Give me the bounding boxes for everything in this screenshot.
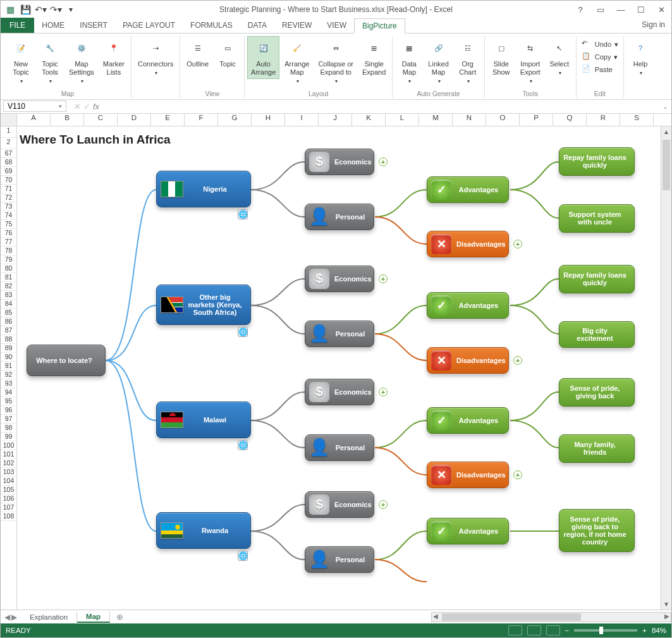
tab-bigpicture[interactable]: BigPicture <box>354 18 405 34</box>
outline-button[interactable]: ☰Outline <box>183 36 212 71</box>
column-header[interactable]: D <box>118 114 151 126</box>
column-header[interactable]: S <box>620 114 654 126</box>
row-header[interactable]: 108 <box>1 512 16 521</box>
node-advantages[interactable]: ✓Advantages <box>427 292 509 319</box>
marker-lists-button[interactable]: 📍Marker Lists <box>99 36 128 79</box>
node-disadvantages[interactable]: ✕Disadvantages <box>427 231 509 257</box>
node-personal[interactable]: 👤Personal <box>305 204 374 230</box>
accept-formula-icon[interactable]: ✓ <box>83 102 90 111</box>
row-header[interactable]: 79 <box>1 255 16 264</box>
row-header[interactable]: 105 <box>1 486 16 494</box>
link-badge-icon[interactable]: 🌐 <box>238 551 248 561</box>
minimize-icon[interactable]: — <box>613 3 628 16</box>
scroll-down-icon[interactable]: ▼ <box>663 599 669 610</box>
help-icon[interactable]: ? <box>573 3 588 16</box>
node-economics[interactable]: $Economics <box>305 491 374 518</box>
expand-icon[interactable]: + <box>513 240 522 248</box>
node-root[interactable]: Where to locate? <box>27 345 106 376</box>
tab-data[interactable]: DATA <box>240 18 274 33</box>
row-header[interactable]: 104 <box>1 477 16 486</box>
data-map-button[interactable]: ▦Data Map <box>395 36 423 88</box>
row-header[interactable]: 73 <box>1 202 16 211</box>
node-leaf[interactable]: Many family, friends <box>559 434 635 463</box>
topic-button[interactable]: ▭Topic <box>214 36 241 71</box>
fx-icon[interactable]: fx <box>93 102 99 111</box>
column-header[interactable]: M <box>419 114 453 126</box>
node-advantages[interactable]: ✓Advantages <box>427 176 509 203</box>
row-header[interactable]: 80 <box>1 264 16 273</box>
paste-button[interactable]: 📄Paste <box>579 64 621 75</box>
node-economics[interactable]: $Economics <box>305 379 374 405</box>
undo-button[interactable]: ↶Undo ▾ <box>579 39 621 50</box>
sheet-tab-map[interactable]: Map <box>77 611 110 623</box>
row-header[interactable]: 97 <box>1 415 16 424</box>
column-header[interactable]: O <box>486 114 520 126</box>
node-leaf[interactable]: Big city excitement <box>559 321 635 348</box>
link-badge-icon[interactable]: 🌐 <box>238 440 248 450</box>
row-header[interactable]: 95 <box>1 397 16 406</box>
column-header[interactable]: P <box>520 114 553 126</box>
connectors-button[interactable]: ⇢Connectors <box>134 36 177 79</box>
row-header[interactable]: 71 <box>1 185 16 193</box>
row-header[interactable]: 86 <box>1 317 16 326</box>
row-header[interactable]: 94 <box>1 388 16 397</box>
row-header[interactable]: 72 <box>1 193 16 202</box>
tab-page-layout[interactable]: PAGE LAYOUT <box>115 18 183 33</box>
row-header[interactable]: 75 <box>1 220 16 229</box>
column-header[interactable]: B <box>51 114 84 126</box>
row-header[interactable]: 90 <box>1 353 16 362</box>
sheet-nav-next-icon[interactable]: ▶ <box>11 613 17 622</box>
column-header[interactable]: F <box>185 114 218 126</box>
column-header[interactable]: H <box>252 114 285 126</box>
scroll-thumb[interactable] <box>663 140 670 190</box>
row-header[interactable]: 89 <box>1 344 16 353</box>
row-header[interactable]: 69 <box>1 167 16 176</box>
row-header[interactable]: 70 <box>1 176 16 185</box>
row-header[interactable]: 101 <box>1 450 16 459</box>
expand-icon[interactable]: + <box>379 500 388 509</box>
new-topic-button[interactable]: 📝New Topic <box>7 36 35 88</box>
row-header[interactable]: 102 <box>1 459 16 468</box>
close-icon[interactable]: ✕ <box>654 3 669 16</box>
row-header[interactable]: 77 <box>1 238 16 247</box>
undo-icon[interactable]: ↶▾ <box>34 3 47 16</box>
qat-customize-icon[interactable]: ▾ <box>64 3 78 16</box>
column-header[interactable]: E <box>151 114 185 126</box>
add-sheet-icon[interactable]: ⊕ <box>110 612 130 622</box>
sign-in-link[interactable]: Sign in <box>642 20 665 29</box>
row-header[interactable]: 87 <box>1 326 16 335</box>
column-header[interactable]: A <box>17 114 51 126</box>
vertical-scrollbar[interactable]: ▲ ▼ <box>661 126 671 610</box>
redo-icon[interactable]: ↷▾ <box>49 3 63 16</box>
select-button[interactable]: ↖Select <box>546 36 573 79</box>
tab-view[interactable]: VIEW <box>319 18 354 33</box>
copy-button[interactable]: 📋Copy ▾ <box>579 51 621 63</box>
node-economics[interactable]: $Economics <box>305 149 374 175</box>
tab-file[interactable]: FILE <box>1 18 34 33</box>
link-badge-icon[interactable]: 🌐 <box>238 209 248 219</box>
node-leaf[interactable]: Support system with uncle <box>559 204 635 233</box>
expand-icon[interactable]: + <box>379 274 388 283</box>
tab-home[interactable]: HOME <box>34 18 72 33</box>
row-header[interactable]: 85 <box>1 309 16 317</box>
column-header[interactable]: G <box>218 114 252 126</box>
row-header[interactable]: 76 <box>1 229 16 238</box>
row-header[interactable]: 74 <box>1 211 16 220</box>
expand-icon[interactable]: + <box>513 356 522 365</box>
node-malawi[interactable]: Malawi 🌐 <box>156 402 251 438</box>
sheet-tab-explanation[interactable]: Explanation <box>21 612 77 622</box>
row-header[interactable]: 93 <box>1 379 16 388</box>
node-rwanda[interactable]: Rwanda 🌐 <box>156 512 251 549</box>
view-page-break-icon[interactable] <box>546 625 560 635</box>
column-header[interactable]: L <box>386 114 419 126</box>
expand-icon[interactable]: + <box>513 470 522 479</box>
row-header[interactable]: 82 <box>1 282 16 291</box>
tab-insert[interactable]: INSERT <box>72 18 115 33</box>
zoom-in-icon[interactable]: + <box>642 627 647 634</box>
column-header[interactable]: Q <box>553 114 587 126</box>
linked-map-button[interactable]: 🔗Linked Map <box>424 36 452 88</box>
row-header[interactable]: 98 <box>1 424 16 432</box>
column-header[interactable]: K <box>352 114 386 126</box>
row-header[interactable]: 91 <box>1 362 16 371</box>
row-header[interactable]: 84 <box>1 300 16 309</box>
